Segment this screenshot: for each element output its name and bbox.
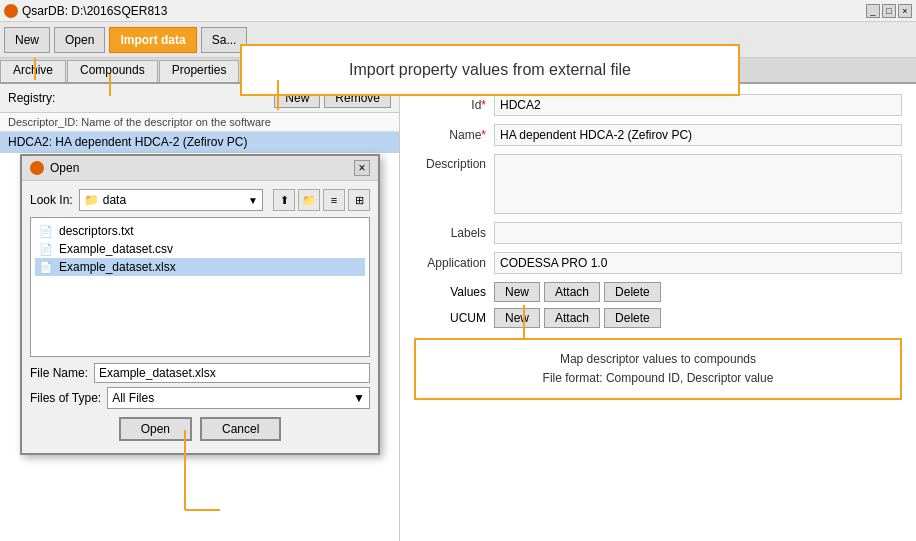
toolbar: New Open Import data Sa... Import proper… xyxy=(0,22,916,58)
labels-input[interactable] xyxy=(494,222,902,244)
dialog-logo xyxy=(30,161,44,175)
left-panel: Registry: New Remove Descriptor_ID: Name… xyxy=(0,84,400,541)
import-tooltip: Import property values from external fil… xyxy=(240,44,740,96)
values-delete-button[interactable]: Delete xyxy=(604,282,661,302)
file-name-example-xlsx: Example_dataset.xlsx xyxy=(59,260,176,274)
filename-label: File Name: xyxy=(30,366,88,380)
filetype-value: All Files xyxy=(112,391,154,405)
look-in-row: Look In: 📁 data ▼ ⬆ 📁 ≡ ⊞ xyxy=(30,189,370,211)
map-tooltip: Map descriptor values to compounds File … xyxy=(414,338,902,400)
id-input[interactable] xyxy=(494,94,902,116)
window-controls[interactable]: _ □ × xyxy=(866,4,912,18)
file-icon: 📄 xyxy=(39,225,53,238)
folder-icon: 📁 xyxy=(84,193,99,207)
dialog-open-button[interactable]: Open xyxy=(119,417,192,441)
dialog-close-button[interactable]: × xyxy=(354,160,370,176)
look-in-value: data xyxy=(103,193,244,207)
view-grid-button[interactable]: ⊞ xyxy=(348,189,370,211)
filetype-label: Files of Type: xyxy=(30,391,101,405)
dialog-cancel-button[interactable]: Cancel xyxy=(200,417,281,441)
new-toolbar-button[interactable]: New xyxy=(4,27,50,53)
values-new-button[interactable]: New xyxy=(494,282,540,302)
open-dialog: Open × Look In: 📁 data ▼ ⬆ 📁 ≡ xyxy=(20,154,380,455)
application-field-row: Application xyxy=(414,252,902,274)
filename-row: File Name: xyxy=(30,363,370,383)
ucum-buttons: New Attach Delete xyxy=(494,308,661,328)
file-icon: 📄 xyxy=(39,261,53,274)
file-icon: 📄 xyxy=(39,243,53,256)
name-input[interactable] xyxy=(494,124,902,146)
new-folder-button[interactable]: 📁 xyxy=(298,189,320,211)
id-label: Id* xyxy=(414,98,494,112)
ucum-label: UCUM xyxy=(414,311,494,325)
ucum-attach-button[interactable]: Attach xyxy=(544,308,600,328)
values-buttons: New Attach Delete xyxy=(494,282,661,302)
maximize-btn[interactable]: □ xyxy=(882,4,896,18)
nav-up-button[interactable]: ⬆ xyxy=(273,189,295,211)
tab-compounds[interactable]: Compounds xyxy=(67,60,158,82)
filetype-dropdown-arrow[interactable]: ▼ xyxy=(353,391,365,405)
labels-field-row: Labels xyxy=(414,222,902,244)
labels-label: Labels xyxy=(414,226,494,240)
description-textarea[interactable] xyxy=(494,154,902,214)
view-list-button[interactable]: ≡ xyxy=(323,189,345,211)
look-in-label: Look In: xyxy=(30,193,73,207)
values-row: Values New Attach Delete xyxy=(414,282,902,302)
file-name-descriptors: descriptors.txt xyxy=(59,224,134,238)
values-label: Values xyxy=(414,285,494,299)
filename-input[interactable] xyxy=(94,363,370,383)
values-attach-button[interactable]: Attach xyxy=(544,282,600,302)
filetype-row: Files of Type: All Files ▼ xyxy=(30,387,370,409)
name-field-row: Name* xyxy=(414,124,902,146)
name-label: Name* xyxy=(414,128,494,142)
main-content: Registry: New Remove Descriptor_ID: Name… xyxy=(0,84,916,541)
tab-properties[interactable]: Properties xyxy=(159,60,240,82)
filetype-select[interactable]: All Files ▼ xyxy=(107,387,370,409)
dialog-buttons: Open Cancel xyxy=(30,417,370,445)
right-panel: Id* Name* Description Labels Application xyxy=(400,84,916,541)
file-list: 📄 descriptors.txt 📄 Example_dataset.csv … xyxy=(30,217,370,357)
description-field-row: Description xyxy=(414,154,902,214)
registry-label: Registry: xyxy=(8,91,55,105)
file-item-descriptors[interactable]: 📄 descriptors.txt xyxy=(35,222,365,240)
look-in-dropdown-arrow[interactable]: ▼ xyxy=(248,195,258,206)
ucum-new-button[interactable]: New xyxy=(494,308,540,328)
open-toolbar-button[interactable]: Open xyxy=(54,27,105,53)
descriptor-hint: Descriptor_ID: Name of the descriptor on… xyxy=(0,113,399,132)
map-tooltip-line2: File format: Compound ID, Descriptor val… xyxy=(432,369,884,388)
app-title: QsarDB: D:\2016SQER813 xyxy=(22,4,167,18)
application-label: Application xyxy=(414,256,494,270)
application-input[interactable] xyxy=(494,252,902,274)
map-tooltip-line1: Map descriptor values to compounds xyxy=(432,350,884,369)
close-btn[interactable]: × xyxy=(898,4,912,18)
ucum-row: UCUM New Attach Delete xyxy=(414,308,902,328)
look-in-select[interactable]: 📁 data ▼ xyxy=(79,189,263,211)
import-data-toolbar-button[interactable]: Import data xyxy=(109,27,196,53)
file-item-example-csv[interactable]: 📄 Example_dataset.csv xyxy=(35,240,365,258)
dialog-title-bar: Open × xyxy=(22,156,378,181)
dialog-body: Look In: 📁 data ▼ ⬆ 📁 ≡ ⊞ xyxy=(22,181,378,453)
description-label: Description xyxy=(414,154,494,171)
title-bar: QsarDB: D:\2016SQER813 _ □ × xyxy=(0,0,916,22)
tab-archive[interactable]: Archive xyxy=(0,60,66,82)
dialog-title-text: Open xyxy=(50,161,79,175)
minimize-btn[interactable]: _ xyxy=(866,4,880,18)
id-field-row: Id* xyxy=(414,94,902,116)
look-in-toolbar: ⬆ 📁 ≡ ⊞ xyxy=(273,189,370,211)
ucum-delete-button[interactable]: Delete xyxy=(604,308,661,328)
selected-descriptor-item[interactable]: HDCA2: HA dependent HDCA-2 (Zefirov PC) xyxy=(0,132,399,153)
file-name-example-csv: Example_dataset.csv xyxy=(59,242,173,256)
file-item-example-xlsx[interactable]: 📄 Example_dataset.xlsx xyxy=(35,258,365,276)
app-logo xyxy=(4,4,18,18)
